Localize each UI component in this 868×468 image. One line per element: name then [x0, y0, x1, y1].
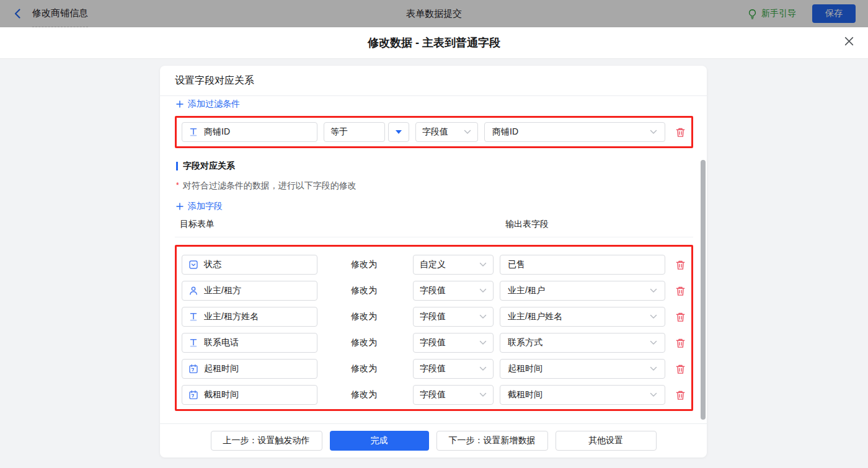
- value-type-select[interactable]: 自定义: [413, 255, 494, 275]
- section-title-label: 字段对应关系: [183, 161, 235, 172]
- modal-header: 修改数据 - 主表到普通字段: [0, 27, 868, 59]
- back-group: 修改商铺信息: [12, 0, 88, 27]
- back-button[interactable]: [12, 8, 24, 19]
- value-type-label: 字段值: [420, 337, 446, 348]
- target-field-input[interactable]: 联系电话: [182, 333, 317, 353]
- chevron-down-icon: [650, 130, 657, 135]
- chevron-down-icon: [479, 366, 487, 371]
- beginner-guide-button[interactable]: 新手引导: [747, 8, 796, 19]
- modify-to-label: 修改为: [351, 337, 386, 348]
- filter-field-label: 商铺ID: [204, 126, 230, 138]
- value-type-label: 字段值: [422, 126, 448, 138]
- delete-row-button[interactable]: [674, 312, 686, 322]
- chevron-down-icon: [650, 366, 657, 371]
- delete-filter-button[interactable]: [674, 127, 686, 138]
- value-type-select[interactable]: 字段值: [413, 359, 494, 379]
- chevron-down-icon: [650, 340, 657, 345]
- target-field-label: 业主/租方姓名: [204, 311, 259, 322]
- trash-icon: [675, 312, 686, 322]
- section-accent-bar: [176, 162, 178, 170]
- annotation-box-filter-row: 商铺ID 等于 字段值 商铺ID: [175, 116, 693, 148]
- delete-row-button[interactable]: [674, 338, 686, 348]
- column-divider: [175, 237, 693, 237]
- output-field-label: 起租时间: [508, 363, 542, 374]
- card-body: 添加过滤条件 商铺ID 等于 字段值 商铺ID: [160, 96, 707, 423]
- top-navigation-bar: 修改商铺信息 表单数据提交 新手引导 保存: [0, 0, 868, 27]
- plus-icon: [176, 203, 184, 210]
- target-field-input[interactable]: 起租时间: [182, 359, 317, 379]
- save-button[interactable]: 保存: [812, 4, 856, 23]
- field-mapping-row: 状态 修改为 自定义 已售: [182, 255, 686, 275]
- trash-icon: [675, 390, 686, 400]
- note-text: 对符合过滤条件的数据，进行以下字段的修改: [183, 180, 356, 190]
- done-button[interactable]: 完成: [330, 431, 429, 451]
- output-field-label: 业主/租户姓名: [508, 311, 562, 322]
- chevron-down-icon: [464, 130, 471, 135]
- modal-title: 修改数据 - 主表到普通字段: [368, 35, 500, 50]
- field-mapping-row: 截租时间 修改为 字段值 截租时间: [182, 385, 686, 405]
- target-field-input[interactable]: 业主/租方: [182, 281, 317, 301]
- lightbulb-icon: [747, 9, 758, 19]
- section-title: 字段对应关系: [176, 161, 235, 172]
- output-field-select[interactable]: 截租时间: [500, 385, 665, 405]
- field-mapping-row: 业主/租方姓名 修改为 字段值 业主/租户姓名: [182, 307, 686, 327]
- output-field-select[interactable]: 已售: [500, 255, 665, 275]
- chevron-down-icon: [479, 262, 487, 267]
- value-type-select[interactable]: 字段值: [413, 333, 494, 353]
- target-field-label: 状态: [204, 259, 221, 270]
- operator-dropdown-button[interactable]: [388, 122, 409, 142]
- text-field-icon: [188, 312, 198, 322]
- output-field-select[interactable]: 起租时间: [500, 359, 665, 379]
- filter-field-input[interactable]: 商铺ID: [182, 122, 317, 142]
- delete-row-button[interactable]: [674, 286, 686, 296]
- plus-icon: [176, 100, 184, 108]
- prev-step-button[interactable]: 上一步：设置触发动作: [211, 431, 322, 451]
- trash-icon: [675, 260, 686, 270]
- other-settings-button[interactable]: 其他设置: [556, 431, 657, 451]
- calendar-icon: [188, 390, 198, 400]
- modify-to-label: 修改为: [351, 311, 386, 322]
- filter-value-label: 商铺ID: [492, 126, 518, 138]
- add-field-label: 添加字段: [188, 201, 223, 212]
- chevron-down-icon: [650, 392, 657, 397]
- delete-row-button[interactable]: [674, 390, 686, 400]
- next-step-button[interactable]: 下一步：设置新增数据: [436, 431, 548, 451]
- target-field-label: 业主/租方: [204, 285, 241, 296]
- chevron-down-icon: [479, 288, 487, 293]
- close-button[interactable]: [844, 36, 854, 46]
- page-center-title: 表单数据提交: [0, 8, 868, 20]
- output-field-select[interactable]: 业主/租户姓名: [500, 307, 665, 327]
- value-type-select[interactable]: 字段值: [413, 385, 494, 405]
- output-field-label: 已售: [508, 259, 525, 270]
- page-title: 修改商铺信息: [32, 0, 88, 27]
- person-icon: [188, 286, 198, 296]
- vertical-scrollbar-thumb[interactable]: [701, 160, 706, 420]
- add-filter-label: 添加过滤条件: [188, 99, 240, 110]
- filter-value-select[interactable]: 商铺ID: [484, 122, 665, 142]
- guide-label: 新手引导: [761, 8, 796, 19]
- chevron-down-icon: [479, 340, 487, 345]
- add-filter-condition-link[interactable]: 添加过滤条件: [176, 99, 240, 110]
- value-type-label: 字段值: [420, 311, 446, 322]
- annotation-box-field-mappings: 状态 修改为 自定义 已售 业主/租方 修改为 字段值 业主/租户: [175, 245, 693, 411]
- add-field-link[interactable]: 添加字段: [176, 201, 223, 212]
- field-mapping-row: 联系电话 修改为 字段值 联系方式: [182, 333, 686, 353]
- value-type-select[interactable]: 字段值: [413, 307, 494, 327]
- chevron-down-icon: [479, 392, 487, 397]
- operator-input[interactable]: 等于: [324, 122, 385, 142]
- delete-row-button[interactable]: [674, 260, 686, 270]
- modify-to-label: 修改为: [351, 389, 386, 400]
- field-mapping-row: 业主/租方 修改为 字段值 业主/租户: [182, 281, 686, 301]
- output-field-select[interactable]: 联系方式: [500, 333, 665, 353]
- back-chevron-icon: [12, 8, 24, 19]
- output-field-select[interactable]: 业主/租户: [500, 281, 665, 301]
- filter-value-type-select[interactable]: 字段值: [415, 122, 478, 142]
- target-field-input[interactable]: 业主/租方姓名: [182, 307, 317, 327]
- calendar-icon: [188, 364, 198, 374]
- delete-row-button[interactable]: [674, 364, 686, 374]
- modify-to-label: 修改为: [351, 285, 386, 296]
- target-field-input[interactable]: 截租时间: [182, 385, 317, 405]
- output-field-label: 业主/租户: [508, 285, 545, 296]
- value-type-select[interactable]: 字段值: [413, 281, 494, 301]
- target-field-input[interactable]: 状态: [182, 255, 317, 275]
